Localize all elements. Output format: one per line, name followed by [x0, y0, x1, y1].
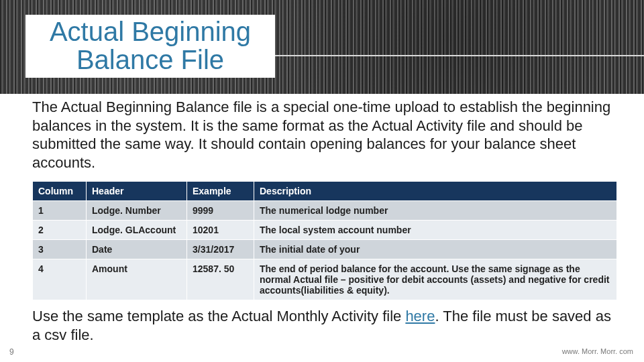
slide-body: The Actual Beginning Balance file is a s…: [32, 98, 617, 344]
table-row: 1 Lodge. Number 9999 The numerical lodge…: [33, 201, 617, 221]
page-number: 9: [9, 347, 14, 357]
cell-desc: The end of period balance for the accoun…: [254, 259, 617, 300]
cell-column: 2: [33, 221, 87, 240]
cell-column: 3: [33, 240, 87, 259]
table-row: 2 Lodge. GLAccount 10201 The local syste…: [33, 221, 617, 240]
th-example: Example: [187, 182, 254, 201]
cell-column: 4: [33, 259, 87, 300]
columns-table: Column Header Example Description 1 Lodg…: [32, 181, 617, 300]
slide: Actual Beginning Balance File The Actual…: [0, 0, 644, 362]
footer-url: www. Morr. Morr. com: [562, 347, 633, 355]
slide-title: Actual Beginning Balance File: [32, 17, 268, 74]
cell-column: 1: [33, 201, 87, 221]
table-row: 3 Date 3/31/2017 The initial date of you…: [33, 240, 617, 259]
cell-example: 10201: [187, 221, 254, 240]
cell-header: Lodge. GLAccount: [87, 221, 187, 240]
cell-example: 3/31/2017: [187, 240, 254, 259]
cell-desc: The numerical lodge number: [254, 201, 617, 221]
cell-header: Lodge. Number: [87, 201, 187, 221]
outro-pre: Use the same template as the Actual Mont…: [32, 308, 405, 324]
cell-example: 9999: [187, 201, 254, 221]
table-row: 4 Amount 12587. 50 The end of period bal…: [33, 259, 617, 300]
cell-header: Amount: [87, 259, 187, 300]
th-header: Header: [87, 182, 187, 201]
cell-desc: The local system account number: [254, 221, 617, 240]
title-box: Actual Beginning Balance File: [25, 15, 275, 78]
cell-header: Date: [87, 240, 187, 259]
th-description: Description: [254, 182, 617, 201]
intro-paragraph: The Actual Beginning Balance file is a s…: [32, 98, 617, 172]
cell-example: 12587. 50: [187, 259, 254, 300]
table-header-row: Column Header Example Description: [33, 182, 617, 201]
th-column: Column: [33, 182, 87, 201]
cell-desc: The initial date of your: [254, 240, 617, 259]
outro-paragraph: Use the same template as the Actual Mont…: [32, 307, 617, 344]
title-rule: [275, 55, 644, 56]
template-link[interactable]: here: [405, 308, 435, 324]
